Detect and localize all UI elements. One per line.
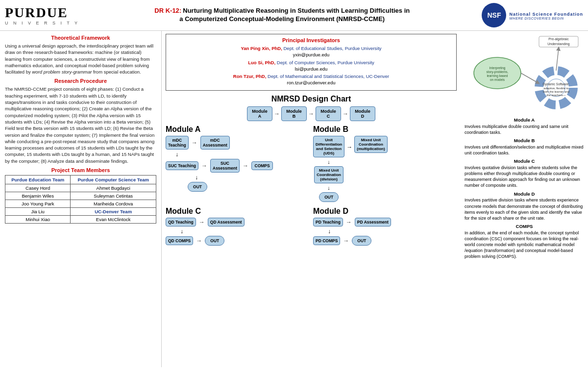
qd-comps: QD COMPS — [166, 236, 193, 245]
pi-dept: Dept. of Computer Sciences, Purdue Unive… — [277, 60, 374, 65]
arrow1: → — [274, 110, 280, 117]
module-descriptions: Module A Involves multiplicative double … — [465, 117, 584, 259]
svg-text:on models: on models — [490, 78, 505, 81]
team-cell: Evan McClintock — [71, 216, 156, 224]
module-d-title: Module D — [313, 207, 457, 216]
pi-box: Principal Investigators Yan Ping Xin, Ph… — [166, 34, 457, 91]
pi-email: yxin@purdue.edu — [293, 52, 330, 57]
modules-grid: Module A mDCTeaching → mDCAssessment ↓ S… — [166, 123, 457, 202]
module-c-title: Module C — [166, 207, 309, 216]
table-row: Minhui XiaoEvan McClintock — [5, 216, 156, 224]
comps-title: COMPS — [465, 224, 584, 230]
research-text: The NMRSD-CCME project consists of eight… — [5, 86, 156, 164]
right-module-d-title: Module D — [465, 191, 584, 198]
arrow-mdc: → — [192, 139, 197, 146]
pi-title: Principal Investigators — [169, 37, 453, 43]
mdc-assessment: mDCAssessment — [200, 136, 230, 150]
header: PURDUE U N I V E R S I T Y DR K-12: Nurt… — [0, 0, 588, 31]
right-module-c-text: Involves quotative division tasks where … — [465, 165, 584, 189]
dr-label: DR K-12: — [154, 7, 181, 14]
nsf-org-name: National Science Foundation — [509, 12, 583, 17]
team-cell: Mariheida Cordova — [71, 200, 156, 208]
design-chart-title: NMRSD Design Chart — [166, 95, 457, 103]
theoretical-framework-title: Theoretical Framework — [5, 35, 156, 41]
arrow-comps: → — [243, 162, 248, 169]
right-module-a-text: Involves multiplicative double counting … — [465, 124, 584, 135]
mdc-teaching: mDCTeaching — [166, 136, 189, 150]
team-cell: Casey Hord — [5, 184, 71, 192]
out-d: OUT — [352, 236, 371, 246]
module-b-title: Module B — [313, 125, 457, 134]
university-text: U N I V E R S I T Y — [5, 21, 79, 25]
theoretical-text: Using a universal design approach, the i… — [5, 43, 156, 75]
nsf-logo: NSF National Science Foundation WHERE DI… — [482, 3, 583, 27]
right-module-d-text: Involves partitive division tasks where … — [465, 197, 584, 221]
module-b-section: Module B UnitDifferentiationand Selectio… — [313, 123, 457, 202]
top-module-b: ModuleB — [281, 106, 307, 121]
team-cell: Joo Young Park — [5, 200, 71, 208]
pd-teaching: PD Teaching — [313, 218, 343, 227]
right-module-a-title: Module A — [465, 117, 584, 124]
team-cell: UC-Denver Team — [71, 208, 156, 216]
top-module-c: ModuleC — [316, 106, 341, 121]
project-team-title: Project Team Members — [5, 167, 156, 173]
arrow-suc: → — [201, 162, 207, 169]
svg-text:Interpreting: Interpreting — [490, 66, 506, 70]
pi-entry: Yan Ping Xin, PhD, Dept. of Educational … — [169, 45, 453, 58]
page-title: DR K-12: Nurturing Multiplicative Reason… — [87, 7, 477, 24]
purdue-logo: PURDUE U N I V E R S I T Y — [5, 5, 79, 25]
col1-header: Purdue Education Team — [5, 176, 71, 184]
pi-dept: Dept. of Educational Studies, Purdue Uni… — [283, 46, 381, 51]
pi-name: Yan Ping Xin, PhD, — [241, 46, 282, 51]
pi-name: Luo Si, PhD, — [248, 60, 275, 65]
right-module-b-title: Module B — [465, 138, 584, 144]
team-cell: Jia Liu — [5, 208, 71, 216]
arrow2: → — [308, 110, 314, 117]
team-table: Purdue Education Team Purdue Computer Sc… — [5, 175, 156, 224]
top-module-a: ModuleA — [247, 106, 272, 121]
table-row: Joo Young ParkMariheida Cordova — [5, 200, 156, 208]
right-module-c-title: Module C — [465, 158, 584, 165]
table-row: Benjamin WilesSuleyman Cetintas — [5, 192, 156, 200]
nsf-tagline: WHERE DISCOVERIES BEGIN — [509, 17, 583, 20]
top-modules-row: ModuleA → ModuleB → ModuleC → ModuleD — [166, 106, 457, 121]
title-line1: Nurturing Multiplicative Reasoning in St… — [183, 7, 410, 14]
main-content: Theoretical Framework Using a universal … — [0, 31, 588, 367]
module-c-section: Module C QD Teaching → QD Assessment ↓ Q… — [166, 205, 309, 246]
module-d-section: Module D PD Teaching → PD Assessment ↓ P… — [313, 205, 457, 246]
team-cell: Benjamin Wiles — [5, 192, 71, 200]
middle-column: Principal Investigators Yan Ping Xin, Ph… — [162, 31, 461, 367]
nsf-emblem: NSF — [482, 3, 506, 27]
right-module-b-text: Involves unit differentiation/selection … — [465, 144, 584, 156]
pi-dept: Dept. of Mathematical and Statistical Sc… — [268, 74, 389, 79]
suc-teaching: SUC Teaching — [166, 161, 198, 170]
module-a-section: Module A mDCTeaching → mDCAssessment ↓ S… — [166, 123, 309, 202]
table-row: Casey HordAhmet Bugdayci — [5, 184, 156, 192]
out-a: OUT — [188, 182, 207, 192]
out-c: OUT — [205, 236, 224, 246]
modules-cd-grid: Module C QD Teaching → QD Assessment ↓ Q… — [166, 205, 457, 246]
concept-diagram-area: Pre-algebraic Understanding Dynamic Soft… — [465, 34, 584, 113]
mixed-div-box: Mixed UnitCoordination(division) — [314, 166, 343, 183]
left-column: Theoretical Framework Using a universal … — [0, 31, 162, 367]
mixed-mult-box: Mixed UnitCoordination(multiplication) — [354, 136, 387, 153]
team-cell: Suleyman Cetintas — [71, 192, 156, 200]
table-row: Jia LiuUC-Denver Team — [5, 208, 156, 216]
pi-entry: Ron Tzur, PhD, Dept. of Mathematical and… — [169, 73, 453, 86]
svg-text:Pre-algebraic: Pre-algebraic — [548, 37, 569, 41]
pi-email: lsi@purdue.edu — [295, 66, 328, 72]
team-cell: Minhui Xiao — [5, 216, 71, 224]
qd-teaching: QD Teaching — [166, 218, 196, 227]
svg-text:Dynamic Software:: Dynamic Software: — [543, 82, 570, 86]
concept-svg: Pre-algebraic Understanding Dynamic Soft… — [466, 34, 583, 112]
comps-text: In addition, at the end of each module, … — [465, 230, 584, 260]
svg-text:adaptive, flexible to: adaptive, flexible to — [543, 87, 569, 90]
arrow3: → — [343, 110, 348, 117]
out-b: OUT — [319, 192, 339, 202]
purdue-name: PURDUE — [5, 5, 79, 21]
top-module-d: ModuleD — [350, 106, 375, 121]
pi-email: ron.tzur@ucdenver.edu — [287, 80, 336, 85]
col2-header: Purdue Computer Science Team — [71, 176, 156, 184]
title-line2: a Computerized Conceptual-Modeling Envir… — [87, 15, 477, 24]
svg-text:learning based: learning based — [487, 74, 508, 78]
